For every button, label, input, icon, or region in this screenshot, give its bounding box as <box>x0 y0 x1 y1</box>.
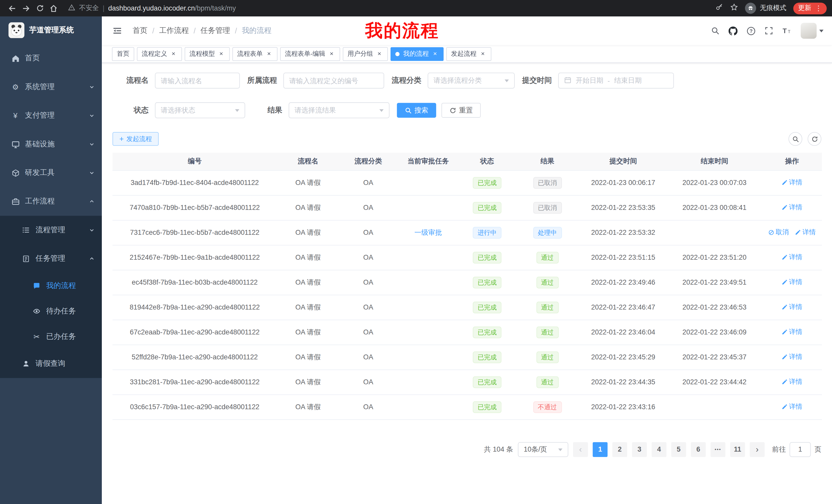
toggle-search-button[interactable] <box>788 132 802 146</box>
sidebar-item-leave-query[interactable]: 请假查询 <box>0 349 102 378</box>
col-status: 状态 <box>459 152 515 170</box>
col-end-time: 结束时间 <box>667 152 762 170</box>
sidebar-item-infrastructure[interactable]: 基础设施 <box>0 130 102 159</box>
detail-link[interactable]: 详情 <box>782 402 802 411</box>
pager-page-4[interactable]: 4 <box>651 442 667 457</box>
sidebar-item-done-tasks[interactable]: ✂ 已办任务 <box>0 324 102 349</box>
category-select[interactable]: 请选择流程分类 <box>427 73 515 89</box>
font-size-icon[interactable]: TT <box>782 26 791 35</box>
user-avatar-menu[interactable] <box>801 23 824 39</box>
hamburger-icon[interactable] <box>110 26 124 35</box>
close-icon[interactable]: × <box>217 50 225 58</box>
cell-result: 通过 <box>515 295 579 319</box>
sidebar-item-system[interactable]: ⚙ 系统管理 <box>0 73 102 101</box>
bookmark-star-icon[interactable] <box>730 3 738 13</box>
next-page-button[interactable]: › <box>750 442 765 457</box>
prev-page-button[interactable]: ‹ <box>573 442 588 457</box>
browser-menu-icon[interactable]: ⋮ <box>815 4 822 12</box>
refresh-table-button[interactable] <box>808 132 822 146</box>
page-size-select[interactable]: 10条/页 <box>518 442 568 457</box>
breadcrumb-task-management[interactable]: 任务管理 <box>201 26 230 35</box>
status-select[interactable]: 请选择状态 <box>155 102 245 118</box>
start-date-placeholder: 开始日期 <box>576 76 603 85</box>
sidebar-item-todo-tasks[interactable]: 待办任务 <box>0 299 102 324</box>
detail-link[interactable]: 详情 <box>782 178 802 187</box>
close-icon[interactable]: × <box>170 50 177 58</box>
cell-status: 进行中 <box>459 220 515 245</box>
close-icon[interactable]: × <box>328 50 335 58</box>
help-icon[interactable]: ? <box>747 26 756 35</box>
breadcrumb-workflow[interactable]: 工作流程 <box>159 26 189 35</box>
goto-page-input[interactable] <box>789 442 811 457</box>
address-bar[interactable]: 不安全 | dashboard.yudao.iocoder.cn/bpm/tas… <box>68 4 236 12</box>
cell-result: 通过 <box>515 245 579 270</box>
task-link[interactable]: 一级审批 <box>414 228 442 236</box>
submit-time-range-picker[interactable]: 开始日期 - 结束日期 <box>558 73 674 89</box>
result-tag: 通过 <box>536 276 558 288</box>
detail-link[interactable]: 详情 <box>782 353 802 361</box>
pager-ellipsis[interactable]: ••• <box>710 442 725 457</box>
cell-status: 已完成 <box>459 319 515 344</box>
result-select[interactable]: 请选择流结果 <box>289 102 390 118</box>
table-row: 52ffd28e-7b9a-11ec-a290-acde48001122 OA … <box>113 344 822 369</box>
search-button[interactable]: 搜索 <box>397 103 436 118</box>
forward-icon[interactable] <box>19 2 33 15</box>
pager-page-6[interactable]: 6 <box>691 442 706 457</box>
close-icon[interactable]: × <box>479 50 487 58</box>
cell-task <box>397 245 459 270</box>
cancel-link[interactable]: 取消 <box>768 228 789 237</box>
close-icon[interactable]: × <box>375 50 383 58</box>
tab-user-group[interactable]: 用户分组× <box>343 47 388 61</box>
sidebar-item-workflow[interactable]: 工作流程 <box>0 187 102 216</box>
cell-submit-time: 2022-01-22 23:51:15 <box>579 245 667 270</box>
detail-link[interactable]: 详情 <box>782 203 802 212</box>
calendar-icon <box>564 76 572 85</box>
cell-actions: 详情 <box>762 295 822 319</box>
plus-icon: + <box>119 135 124 143</box>
back-icon[interactable] <box>5 2 19 15</box>
sidebar-item-my-process[interactable]: 我的流程 <box>0 273 102 299</box>
tab-start-process[interactable]: 发起流程× <box>446 47 491 61</box>
start-process-button[interactable]: + 发起流程 <box>113 132 159 146</box>
tab-process-definition[interactable]: 流程定义× <box>137 47 182 61</box>
cell-id: ec45f38f-7b9a-11ec-b03b-acde48001122 <box>113 270 277 295</box>
tab-home[interactable]: 首页 <box>112 47 134 61</box>
sidebar-item-devtools[interactable]: 研发工具 <box>0 159 102 187</box>
breadcrumb-home[interactable]: 首页 <box>133 26 148 35</box>
tab-process-form-edit[interactable]: 流程表单-编辑× <box>280 47 340 61</box>
cell-status: 已完成 <box>459 295 515 319</box>
process-name-input[interactable] <box>161 77 234 85</box>
pager-page-2[interactable]: 2 <box>613 442 627 457</box>
detail-link[interactable]: 详情 <box>782 253 802 262</box>
github-icon[interactable] <box>729 26 738 35</box>
sidebar-item-process-management[interactable]: 流程管理 <box>0 216 102 244</box>
update-button[interactable]: 更新 ⋮ <box>793 2 827 14</box>
key-icon[interactable] <box>715 3 723 13</box>
detail-link[interactable]: 详情 <box>782 328 802 337</box>
process-code-input[interactable] <box>289 77 379 85</box>
detail-link[interactable]: 详情 <box>782 303 802 312</box>
table-row: 331bc281-7b9a-11ec-a290-acde48001122 OA … <box>113 369 822 394</box>
sidebar-item-task-management[interactable]: 任务管理 <box>0 244 102 273</box>
app-logo[interactable]: 芋道管理系统 <box>0 17 102 44</box>
pager-page-1[interactable]: 1 <box>593 442 607 457</box>
close-icon[interactable]: × <box>432 50 439 58</box>
sidebar-item-payment[interactable]: ¥ 支付管理 <box>0 101 102 130</box>
pager-page-5[interactable]: 5 <box>671 442 686 457</box>
pager-page-11[interactable]: 11 <box>730 442 745 457</box>
search-icon[interactable] <box>711 26 719 35</box>
fullscreen-icon[interactable] <box>765 26 773 35</box>
reset-button[interactable]: 重置 <box>441 103 481 118</box>
home-icon[interactable] <box>47 2 61 15</box>
refresh-icon[interactable] <box>33 2 47 15</box>
detail-link[interactable]: 详情 <box>782 278 802 287</box>
tab-my-process[interactable]: 我的流程× <box>391 47 443 61</box>
close-icon[interactable]: × <box>265 50 273 58</box>
sidebar-item-home[interactable]: 首页 <box>0 44 102 73</box>
detail-link[interactable]: 详情 <box>782 377 802 386</box>
cell-name: OA 请假 <box>277 394 339 419</box>
tab-process-form[interactable]: 流程表单× <box>232 47 278 61</box>
tab-process-model[interactable]: 流程模型× <box>185 47 230 61</box>
pager-page-3[interactable]: 3 <box>632 442 647 457</box>
detail-link[interactable]: 详情 <box>795 228 815 237</box>
